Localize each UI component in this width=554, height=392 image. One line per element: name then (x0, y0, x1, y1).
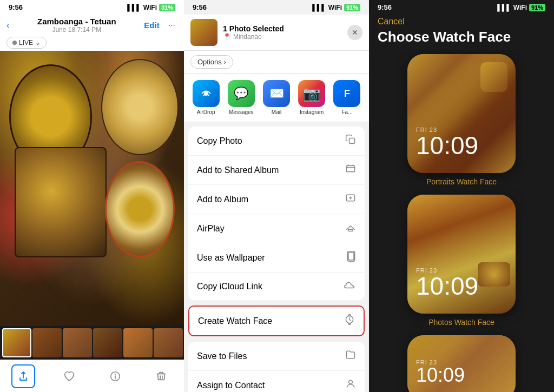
photo-title-block: Zamboanga - Tetuan June 18 7:14 PM (37, 17, 116, 34)
thumbnail-item[interactable] (63, 328, 92, 357)
photo-title: Zamboanga - Tetuan (37, 17, 116, 26)
watch-face-item-portraits[interactable]: FRI 23 10:09 Portraits Watch Face (378, 54, 545, 186)
thumbnail-item[interactable] (93, 328, 122, 357)
live-badge[interactable]: LIVE ⌄ (6, 37, 47, 49)
watch-face-item-memoji[interactable]: FRI 23 10:09 (378, 335, 545, 392)
app-mail[interactable]: ✉️ Mail (261, 80, 292, 115)
save-files-icon (345, 349, 356, 363)
thumbnail-item[interactable] (123, 328, 153, 357)
live-circle-icon (12, 41, 17, 45)
favorite-button[interactable] (57, 364, 81, 388)
food-plate-chips-2 (101, 59, 179, 155)
app-more[interactable]: F Fa... (332, 80, 362, 115)
watch-signal-icon: ▌▌▌ (497, 4, 511, 11)
info-button[interactable] (103, 364, 127, 388)
battery-icon-2: 91% (344, 4, 360, 11)
instagram-label: Instagram (300, 109, 324, 115)
watch-wifi-icon: WiFi (513, 4, 527, 11)
watch-status-bar: 9:56 ▌▌▌ WiFi 91% (369, 0, 554, 15)
food-plate-stew (105, 161, 175, 257)
photo-subtitle: June 18 7:14 PM (37, 26, 116, 34)
svg-point-13 (349, 380, 353, 384)
save-files-label: Save to Files (197, 351, 247, 361)
signal-icon: ▌▌▌ (127, 4, 141, 11)
action-create-watch-face[interactable]: Create Watch Face (189, 307, 364, 335)
action-copy-photo[interactable]: Copy Photo (188, 127, 365, 156)
copy-photo-icon (345, 134, 356, 148)
options-button[interactable]: Options › (190, 55, 233, 69)
thumbnail-item[interactable] (154, 328, 183, 357)
watch-face-preview-portraits: FRI 23 10:09 (407, 54, 516, 173)
location-pin-icon: 📍 (223, 33, 231, 41)
action-icloud-link[interactable]: Copy iCloud Link (188, 273, 365, 300)
watch-face-item-photos[interactable]: FRI 23 10:09 Photos Watch Face (378, 195, 545, 327)
app-airdrop[interactable]: AirDrop (190, 80, 221, 115)
delete-button[interactable] (149, 364, 173, 388)
share-close-button[interactable]: ✕ (347, 25, 362, 40)
back-button[interactable]: ‹ (4, 18, 11, 32)
share-button[interactable] (11, 364, 35, 388)
wallpaper-label: Use as Wallpaper (197, 253, 265, 263)
options-chevron-icon: › (224, 58, 226, 66)
thumbnail-item[interactable] (32, 328, 62, 357)
watch-face-header: Cancel Choose Watch Face (369, 15, 554, 50)
create-watch-face-label: Create Watch Face (198, 316, 272, 326)
food-plate-noodles (15, 147, 107, 257)
more-button[interactable]: ··· (166, 18, 177, 32)
signal-icon-2: ▌▌▌ (312, 4, 326, 11)
edit-button[interactable]: Edit (142, 18, 161, 32)
svg-point-2 (115, 374, 115, 374)
wallpaper-icon (346, 251, 356, 264)
messages-app-icon: 💬 (228, 80, 255, 107)
share-sheet-panel: 9:56 ▌▌▌ WiFi 91% 1 Photo Selected 📍 Min… (184, 0, 369, 392)
battery-icon: 31% (159, 4, 175, 11)
action-assign-contact[interactable]: Assign to Contact (188, 371, 365, 392)
action-group-3: Save to Files Assign to Contact Print (188, 342, 365, 392)
add-shared-album-icon (345, 163, 356, 177)
app-messages[interactable]: 💬 Messages (226, 80, 256, 115)
watch-status-icons: ▌▌▌ WiFi 91% (497, 4, 545, 11)
airdrop-app-icon (193, 80, 220, 107)
watch-time-display: 9:56 (378, 3, 392, 11)
share-photo-count: 1 Photo Selected (223, 24, 342, 33)
share-photo-thumb (190, 19, 217, 46)
watch-cancel-button[interactable]: Cancel (378, 17, 545, 26)
photo-viewer-panel: 9:56 ▌▌▌ WiFi 31% ‹ Zamboanga - Tetuan J… (0, 0, 184, 392)
action-save-files[interactable]: Save to Files (188, 342, 365, 371)
watch-face-preview-memoji: FRI 23 10:09 (407, 335, 516, 392)
add-album-icon (345, 192, 356, 206)
app-instagram[interactable]: 📷 Instagram (296, 80, 327, 115)
photo-navigation: ‹ Zamboanga - Tetuan June 18 7:14 PM Edi… (0, 15, 184, 36)
thumbnail-item[interactable] (2, 328, 31, 357)
assign-contact-icon (345, 378, 356, 392)
time-display-2: 9:56 (193, 3, 207, 11)
more-app-label: Fa... (341, 109, 352, 115)
more-app-icon: F (333, 80, 360, 107)
status-icons-1: ▌▌▌ WiFi 31% (127, 4, 175, 11)
watch-face-preview-photos: FRI 23 10:09 (407, 195, 516, 314)
live-label: LIVE (19, 39, 33, 46)
action-group-1: Copy Photo Add to Shared Album (188, 127, 365, 300)
watch-face-title: Choose Watch Face (378, 29, 545, 45)
nav-action-buttons: Edit ··· (142, 18, 177, 32)
photo-main-image (0, 51, 184, 326)
watch-face-panel: 9:56 ▌▌▌ WiFi 91% Cancel Choose Watch Fa… (369, 0, 554, 392)
watch-battery-icon: 91% (529, 4, 545, 11)
watch-faces-list: FRI 23 10:09 Portraits Watch Face FRI 23… (369, 50, 554, 392)
action-add-album[interactable]: Add to Album (188, 185, 365, 214)
airplay-icon (345, 222, 356, 235)
action-airplay[interactable]: AirPlay (188, 214, 365, 243)
portraits-watch-face-label: Portraits Watch Face (426, 177, 497, 186)
status-bar-2: 9:56 ▌▌▌ WiFi 91% (184, 0, 369, 15)
share-sheet-header: 1 Photo Selected 📍 Mindanao ✕ (184, 15, 369, 51)
copy-photo-label: Copy Photo (197, 136, 242, 146)
watch-time-display-2: FRI 23 10:09 (416, 267, 478, 298)
share-info-block: 1 Photo Selected 📍 Mindanao (223, 24, 342, 41)
action-wallpaper[interactable]: Use as Wallpaper (188, 243, 365, 273)
action-group-2: Create Watch Face (188, 305, 365, 336)
add-shared-album-label: Add to Shared Album (197, 165, 279, 175)
options-row: Options › (184, 51, 369, 74)
mail-label: Mail (272, 109, 281, 115)
airdrop-label: AirDrop (197, 109, 215, 115)
action-add-shared-album[interactable]: Add to Shared Album (188, 156, 365, 185)
